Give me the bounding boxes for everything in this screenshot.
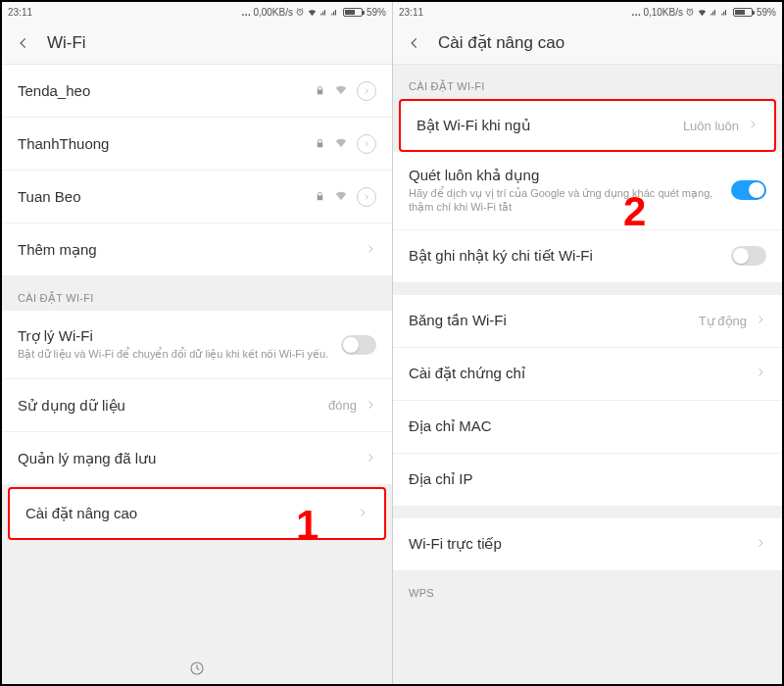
manage-saved-networks-row[interactable]: Quản lý mạng đã lưu [2, 432, 392, 485]
network-details-button[interactable] [357, 187, 376, 207]
mac-address-row: Địa chỉ MAC [393, 401, 782, 454]
header-bar: Cài đặt nâng cao [393, 22, 782, 65]
wifi-signal-icon [333, 187, 349, 207]
section-header: CÀI ĐẶT WI-FI [2, 276, 392, 311]
back-button[interactable] [405, 33, 424, 53]
chevron-right-icon [365, 397, 376, 415]
chevron-right-icon [365, 241, 376, 259]
chevron-right-icon [357, 505, 368, 522]
scan-always-row[interactable]: Quét luôn khả dụng Hãy để dịch vụ vị trí… [393, 152, 782, 230]
signal-icon [720, 8, 729, 17]
wifi-signal-icon [333, 81, 349, 101]
wifi-assistant-toggle[interactable] [341, 335, 376, 355]
verbose-logging-row[interactable]: Bật ghi nhật ký chi tiết Wi-Fi [393, 230, 782, 283]
signal-icon [319, 8, 328, 17]
install-certificates-row[interactable]: Cài đặt chứng chỉ [393, 348, 782, 401]
status-net-speed: 0,10KB/s [643, 7, 683, 18]
wifi-network-row[interactable]: Tuan Beo [2, 171, 392, 223]
wifi-band-row[interactable]: Băng tần Wi-Fi Tự động [393, 295, 782, 348]
wifi-band-value: Tự động [699, 314, 747, 328]
alarm-icon [685, 7, 695, 17]
refresh-button[interactable] [185, 657, 209, 680]
lock-icon [315, 82, 325, 100]
signal-icon [710, 8, 718, 17]
chevron-right-icon [747, 117, 759, 134]
wifi-status-icon [307, 7, 318, 18]
network-details-button[interactable] [357, 134, 376, 154]
wifi-assistant-row[interactable]: Trợ lý Wi-Fi Bật dữ liệu và Wi-Fi để chu… [2, 311, 392, 379]
page-title: Wi-Fi [47, 33, 86, 53]
wifi-direct-row[interactable]: Wi-Fi trực tiếp [393, 518, 782, 571]
ip-address-row: Địa chỉ IP [393, 454, 782, 507]
wifi-sleep-value: Luôn luôn [683, 119, 739, 133]
verbose-logging-toggle[interactable] [731, 246, 766, 266]
chevron-right-icon [755, 365, 766, 382]
scan-always-toggle[interactable] [731, 180, 766, 200]
chevron-right-icon [365, 450, 376, 467]
right-screen: 23:11 ... 0,10KB/s 59% Cài đặt nâng cao … [392, 2, 782, 684]
lock-icon [315, 135, 325, 153]
left-screen: 23:11 ... 0,00KB/s 59% Wi-Fi Tenda_heo [2, 2, 392, 684]
page-title: Cài đặt nâng cao [438, 32, 564, 53]
network-details-button[interactable] [357, 81, 376, 101]
wifi-status-icon [697, 7, 708, 18]
data-usage-row[interactable]: Sử dụng dữ liệu đóng [2, 379, 392, 432]
data-usage-value: đóng [328, 398, 357, 413]
status-time: 23:11 [399, 7, 423, 18]
wifi-ssid: ThanhThuong [18, 135, 315, 152]
signal-icon [330, 8, 339, 17]
wifi-network-row[interactable]: ThanhThuong [2, 118, 392, 171]
battery-icon [343, 8, 363, 17]
add-network-row[interactable]: Thêm mạng [2, 223, 392, 276]
chevron-right-icon [755, 312, 766, 329]
lock-icon [315, 188, 325, 206]
alarm-icon [295, 7, 305, 17]
section-header: WPS [393, 571, 782, 605]
header-bar: Wi-Fi [2, 22, 392, 65]
wifi-ssid: Tuan Beo [18, 188, 315, 205]
battery-icon [733, 8, 753, 17]
battery-pct: 59% [367, 7, 386, 18]
wifi-sleep-policy-row[interactable]: Bật Wi-Fi khi ngủ Luôn luôn [399, 99, 776, 152]
chevron-right-icon [755, 535, 766, 553]
status-bar: 23:11 ... 0,10KB/s 59% [393, 2, 782, 22]
wifi-ssid: Tenda_heo [18, 82, 315, 99]
status-net-speed: 0,00KB/s [253, 7, 293, 18]
status-bar: 23:11 ... 0,00KB/s 59% [2, 2, 392, 22]
section-header: CÀI ĐẶT WI-FI [393, 65, 782, 99]
advanced-settings-row[interactable]: Cài đặt nâng cao [8, 487, 386, 540]
wifi-signal-icon [333, 134, 349, 154]
status-time: 23:11 [8, 7, 32, 18]
battery-pct: 59% [757, 7, 776, 18]
back-button[interactable] [14, 33, 33, 53]
wifi-network-row[interactable]: Tenda_heo [2, 65, 392, 118]
